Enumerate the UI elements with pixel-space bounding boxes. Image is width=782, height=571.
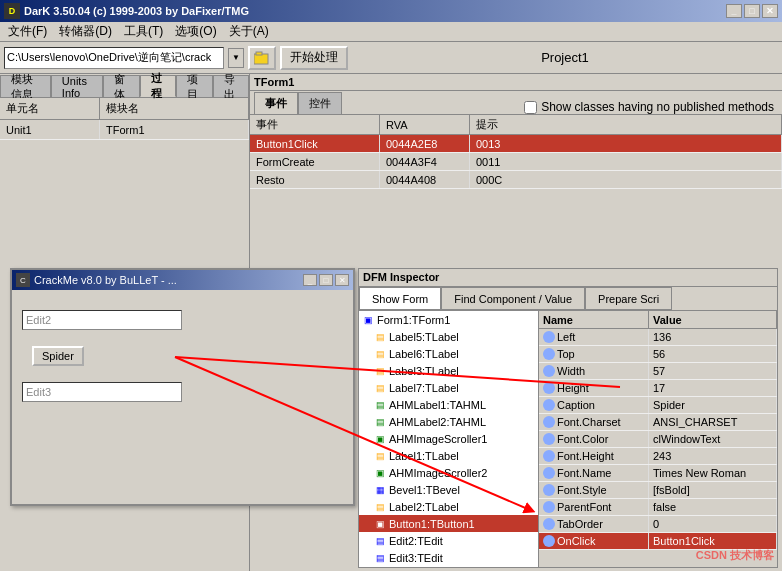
maximize-button[interactable]: □ [744, 4, 760, 18]
prop-val-0: 136 [649, 329, 777, 345]
tree-ahmscroller2[interactable]: ▣ AHMImageScroller2 [359, 464, 538, 481]
tree-scroller1-icon: ▣ [373, 432, 387, 446]
prop-name-3: Height [539, 380, 649, 396]
tree-label3[interactable]: ▤ Label3:TLabel [359, 362, 538, 379]
tform-tab-controls[interactable]: 控件 [298, 92, 342, 114]
prop-icon-0 [543, 331, 555, 343]
tab-units-info[interactable]: Units Info [51, 75, 103, 97]
prop-name-8: Font.Name [539, 465, 649, 481]
tree-form-icon: ▣ [361, 313, 375, 327]
prop-val-7: 243 [649, 448, 777, 464]
spider-button[interactable]: Spider [32, 346, 84, 366]
event-row-2[interactable]: Resto 0044A408 000C [250, 171, 782, 189]
minimize-button[interactable]: _ [726, 4, 742, 18]
table-row[interactable]: Unit1 TForm1 [0, 120, 249, 140]
menu-dump[interactable]: 转储器(D) [53, 21, 118, 42]
path-dropdown[interactable]: ▼ [228, 48, 244, 68]
tree-form1[interactable]: ▣ Form1:TForm1 [359, 311, 538, 328]
prop-row-0[interactable]: Left 136 [539, 329, 777, 346]
tree-ahmlabel2-icon: ▤ [373, 415, 387, 429]
tree-bevel1[interactable]: ▦ Bevel1:TBevel [359, 481, 538, 498]
tform-header: TForm1 [250, 74, 782, 91]
tree-label5[interactable]: ▤ Label5:TLabel [359, 328, 538, 345]
prop-row-8[interactable]: Font.Name Times New Roman [539, 465, 777, 482]
prop-row-3[interactable]: Height 17 [539, 380, 777, 397]
dfm-find-btn[interactable]: Find Component / Value [441, 287, 585, 310]
tree-ahmlabel1-text: AHMLabel1:TAHML [389, 399, 486, 411]
show-classes-checkbox[interactable]: Show classes having no published methods [524, 100, 774, 114]
edit3-box[interactable]: Edit3 [22, 382, 182, 402]
events-col-hint: 提示 [470, 115, 782, 134]
close-button[interactable]: ✕ [762, 4, 778, 18]
prop-val-1: 56 [649, 346, 777, 362]
show-classes-input[interactable] [524, 101, 537, 114]
event-row-0[interactable]: Button1Click 0044A2E8 0013 [250, 135, 782, 153]
prop-row-1[interactable]: Top 56 [539, 346, 777, 363]
tree-label7[interactable]: ▤ Label7:TLabel [359, 379, 538, 396]
tree-label3-icon: ▤ [373, 364, 387, 378]
tree-ahmlabel1[interactable]: ▤ AHMLabel1:TAHML [359, 396, 538, 413]
tree-label6[interactable]: ▤ Label6:TLabel [359, 345, 538, 362]
tab-procedure[interactable]: 过程 [140, 75, 176, 97]
prop-icon-6 [543, 433, 555, 445]
tree-label1-icon: ▤ [373, 449, 387, 463]
props-col-name: Name [539, 311, 649, 328]
prop-val-8: Times New Roman [649, 465, 777, 481]
tree-label6-icon: ▤ [373, 347, 387, 361]
tree-ahmscroller1[interactable]: ▣ AHMImageScroller1 [359, 430, 538, 447]
tree-label7-text: Label7:TLabel [389, 382, 459, 394]
tree-ahmtopmost1[interactable]: ▤ AHMTopMost1:TAH [359, 566, 538, 567]
dfm-show-form-btn[interactable]: Show Form [359, 287, 441, 310]
event-row-1[interactable]: FormCreate 0044A3F4 0011 [250, 153, 782, 171]
tree-button1[interactable]: ▣ Button1:TButton1 [359, 515, 538, 532]
tab-project[interactable]: 项目 [176, 75, 212, 97]
prop-icon-3 [543, 382, 555, 394]
menu-about[interactable]: 关于(A) [223, 21, 275, 42]
inner-close[interactable]: ✕ [335, 274, 349, 286]
tab-module-info[interactable]: 模块信息 [0, 75, 51, 97]
prop-row-5[interactable]: Font.Charset ANSI_CHARSET [539, 414, 777, 431]
prop-row-7[interactable]: Font.Height 243 [539, 448, 777, 465]
prop-row-4[interactable]: Caption Spider [539, 397, 777, 414]
inner-title-btns: _ □ ✕ [303, 274, 349, 286]
app-icon: D [4, 3, 20, 19]
props-col-val: Value [649, 311, 777, 328]
svg-rect-1 [256, 52, 262, 55]
tree-edit2[interactable]: ▤ Edit2:TEdit [359, 532, 538, 549]
dfm-content: ▣ Form1:TForm1 ▤ Label5:TLabel ▤ Label6:… [359, 311, 777, 567]
edit2-box[interactable]: Edit2 [22, 310, 182, 330]
prop-icon-9 [543, 484, 555, 496]
tree-edit3[interactable]: ▤ Edit3:TEdit [359, 549, 538, 566]
toolbar: C:\Users\lenovo\OneDrive\逆向笔记\crack ▼ 开始… [0, 42, 782, 74]
menu-tools[interactable]: 工具(T) [118, 21, 169, 42]
col-header-module: 模块名 [100, 98, 249, 119]
prop-row-2[interactable]: Width 57 [539, 363, 777, 380]
prop-row-11[interactable]: TabOrder 0 [539, 516, 777, 533]
tree-edit2-icon: ▤ [373, 534, 387, 548]
tree-button1-text: Button1:TButton1 [389, 518, 475, 530]
dfm-title: DFM Inspector [359, 269, 777, 287]
dfm-prepare-btn[interactable]: Prepare Scri [585, 287, 672, 310]
inner-title-text: CrackMe v8.0 by BuLLeT - ... [34, 274, 303, 286]
tab-export[interactable]: 导出 [213, 75, 249, 97]
tree-label2[interactable]: ▤ Label2:TLabel [359, 498, 538, 515]
tree-label1[interactable]: ▤ Label1:TLabel [359, 447, 538, 464]
tform-tab-events[interactable]: 事件 [254, 92, 298, 114]
inner-minimize[interactable]: _ [303, 274, 317, 286]
dfm-inspector: DFM Inspector Show Form Find Component /… [358, 268, 778, 568]
inner-maximize[interactable]: □ [319, 274, 333, 286]
prop-row-10[interactable]: ParentFont false [539, 499, 777, 516]
tab-forms[interactable]: 窗体 [103, 75, 139, 97]
dfm-props: Name Value Left 136 Top 56 Width 57 Heig… [539, 311, 777, 567]
menu-options[interactable]: 选项(O) [169, 21, 222, 42]
menu-file[interactable]: 文件(F) [2, 21, 53, 42]
prop-row-9[interactable]: Font.Style [fsBold] [539, 482, 777, 499]
prop-name-5: Font.Charset [539, 414, 649, 430]
prop-icon-12 [543, 535, 555, 547]
browse-button[interactable] [248, 46, 276, 70]
event-hint-2: 000C [470, 171, 782, 188]
tree-ahmlabel2[interactable]: ▤ AHMLabel2:TAHML [359, 413, 538, 430]
prop-row-6[interactable]: Font.Color clWindowText [539, 431, 777, 448]
inner-app-icon: C [16, 273, 30, 287]
start-button[interactable]: 开始处理 [280, 46, 348, 70]
